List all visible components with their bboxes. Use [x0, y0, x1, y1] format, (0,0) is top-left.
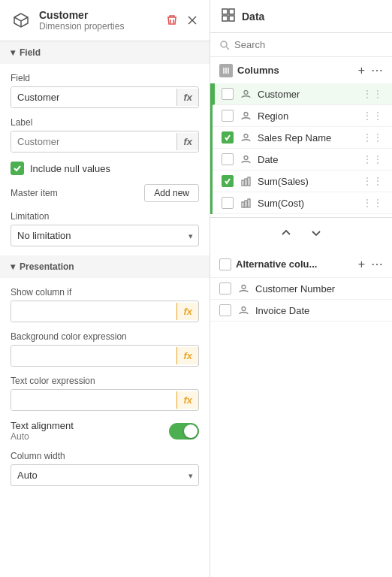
alt-columns-list: Customer Number Invoice Date — [210, 278, 392, 322]
text-alignment-sub: Auto — [11, 431, 74, 442]
add-column-button[interactable]: + — [358, 65, 365, 77]
columns-icon — [219, 64, 233, 77]
svg-rect-18 — [242, 202, 244, 207]
drag-handle[interactable]: ⋮⋮ — [362, 110, 383, 122]
svg-point-22 — [242, 307, 246, 310]
show-column-fx-button[interactable]: fx — [176, 303, 198, 320]
svg-line-7 — [227, 47, 230, 50]
bg-color-fx-button[interactable]: fx — [176, 347, 198, 364]
measure-icon — [240, 175, 252, 187]
show-column-input[interactable] — [11, 301, 176, 322]
more-columns-button[interactable]: ⋯ — [371, 63, 383, 77]
right-panel: Data Columns + ⋯ Custom — [210, 0, 392, 577]
svg-point-14 — [244, 156, 248, 159]
alt-columns-header: Alternative colu... + ⋯ — [210, 251, 392, 278]
region-checkbox[interactable] — [222, 110, 234, 122]
invoice-date-label: Invoice Date — [255, 305, 383, 316]
text-color-label: Text color expression — [11, 376, 199, 386]
arrow-controls — [210, 218, 392, 251]
panel-body: ▾ Field Field fx Label fx — [0, 41, 210, 577]
column-row-sum-sales[interactable]: Sum(Sales) ⋮⋮ — [213, 171, 392, 192]
date-label: Date — [258, 154, 356, 165]
left-panel: Customer Dimension properties ▾ Field — [0, 0, 210, 577]
search-bar — [210, 33, 392, 57]
svg-point-12 — [244, 112, 248, 116]
null-values-checkbox[interactable] — [11, 162, 24, 175]
limitation-group: Limitation No limitation ▾ — [11, 211, 199, 246]
dimension-icon — [240, 131, 252, 143]
chevron-down-icon: ▾ — [11, 47, 15, 58]
add-alt-column-button[interactable]: + — [358, 258, 365, 270]
column-width-select-wrapper: Auto ▾ — [11, 464, 199, 486]
columns-label: Columns — [237, 65, 354, 76]
drag-handle[interactable]: ⋮⋮ — [362, 131, 383, 143]
label-fx-button[interactable]: fx — [176, 133, 198, 150]
more-alt-columns-button[interactable]: ⋯ — [371, 257, 383, 271]
limitation-select[interactable]: No limitation — [11, 225, 199, 246]
text-color-fx-button[interactable]: fx — [176, 391, 198, 409]
dimension-icon — [237, 304, 249, 316]
text-color-group: Text color expression fx — [11, 376, 199, 411]
bg-color-input[interactable] — [11, 346, 176, 366]
move-up-button[interactable] — [277, 224, 295, 245]
search-icon — [219, 40, 230, 50]
alt-column-row-invoice-date[interactable]: Invoice Date — [210, 300, 392, 322]
svg-point-6 — [221, 41, 227, 47]
drag-handle[interactable]: ⋮⋮ — [362, 88, 383, 100]
alt-column-row-customer-number[interactable]: Customer Number — [210, 278, 392, 300]
alt-columns-actions: + ⋯ — [358, 257, 383, 271]
dimension-icon — [240, 88, 252, 100]
invoice-date-checkbox[interactable] — [219, 304, 231, 316]
column-row-sales-rep[interactable]: Sales Rep Name ⋮⋮ — [213, 127, 392, 149]
svg-rect-5 — [229, 16, 234, 21]
drag-handle[interactable]: ⋮⋮ — [362, 175, 383, 187]
search-input[interactable] — [234, 39, 383, 50]
add-new-button[interactable]: Add new — [144, 184, 199, 202]
right-panel-header: Data — [210, 0, 392, 33]
column-row-region[interactable]: Region ⋮⋮ — [213, 105, 392, 127]
svg-rect-20 — [248, 199, 250, 207]
show-column-label: Show column if — [11, 287, 199, 298]
column-row-date[interactable]: Date ⋮⋮ — [213, 149, 392, 171]
svg-rect-2 — [222, 9, 228, 14]
presentation-section-content: Show column if fx Background color expre… — [0, 278, 210, 495]
text-alignment-label: Text alignment — [11, 420, 74, 431]
bg-color-group: Background color expression fx — [11, 331, 199, 367]
alt-columns-checkbox[interactable] — [219, 258, 231, 270]
customer-checkbox[interactable] — [222, 88, 234, 100]
columns-actions: + ⋯ — [358, 63, 383, 77]
label-group: Label fx — [11, 117, 199, 153]
sales-rep-checkbox[interactable] — [222, 131, 234, 143]
column-width-select[interactable]: Auto — [11, 464, 199, 486]
measure-icon — [240, 197, 252, 209]
svg-rect-17 — [248, 177, 250, 186]
bg-color-label: Background color expression — [11, 331, 199, 342]
customer-number-checkbox[interactable] — [219, 282, 231, 295]
presentation-section-header[interactable]: ▾ Presentation — [0, 255, 210, 278]
field-label: Field — [11, 73, 199, 83]
svg-rect-19 — [245, 201, 247, 207]
sum-cost-checkbox[interactable] — [222, 197, 234, 209]
drag-handle[interactable]: ⋮⋮ — [362, 153, 383, 165]
move-down-button[interactable] — [307, 224, 325, 245]
divider — [210, 217, 392, 251]
svg-rect-16 — [245, 179, 247, 186]
drag-handle[interactable]: ⋮⋮ — [362, 197, 383, 209]
delete-button[interactable] — [164, 13, 179, 28]
column-row-customer[interactable]: Customer ⋮⋮ — [213, 83, 392, 105]
label-input[interactable] — [11, 131, 176, 152]
field-input[interactable] — [11, 87, 176, 107]
field-group: Field fx — [11, 73, 199, 108]
close-button[interactable] — [185, 14, 199, 27]
field-section-header[interactable]: ▾ Field — [0, 41, 210, 64]
sum-sales-checkbox[interactable] — [222, 175, 234, 187]
master-item-label: Master item — [11, 188, 58, 198]
limitation-label: Limitation — [11, 211, 199, 222]
svg-point-21 — [242, 285, 246, 288]
text-alignment-toggle[interactable] — [169, 423, 199, 440]
sales-rep-label: Sales Rep Name — [258, 132, 356, 143]
date-checkbox[interactable] — [222, 153, 234, 165]
column-row-sum-cost[interactable]: Sum(Cost) ⋮⋮ — [213, 192, 392, 214]
text-color-input[interactable] — [11, 390, 176, 410]
field-fx-button[interactable]: fx — [176, 89, 198, 106]
